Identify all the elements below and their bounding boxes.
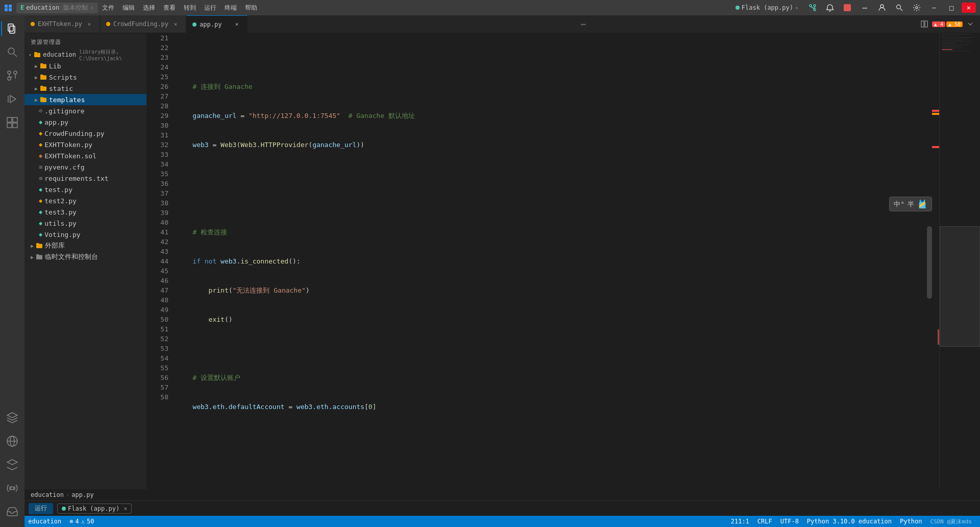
menu-edit[interactable]: 编辑 [122,4,135,12]
remote-activity-btn[interactable] [1,430,23,452]
tree-temp-files[interactable]: ▶ 临时文件和控制台 [24,251,146,262]
tab-close-crowdfunding[interactable]: × [172,20,180,28]
watermark-status: CSDN @夏沫mds [926,516,976,527]
settings-btn[interactable] [910,2,924,13]
code-line-32: # 设置默认账户 [177,373,927,382]
tab-close-exhttoken[interactable]: × [85,20,93,28]
static-label: static [49,85,73,92]
status-bar: ⎇ education ⊗ 4 ⚠ 50 211:1 CRLF UTF-8 Py… [0,516,980,527]
title-bar: E education 版本控制 › 文件 编辑 选择 查看 转到 运行 终端 … [0,0,980,15]
more-btn[interactable]: ⋯ [857,2,872,13]
translate-text: 中° [894,200,904,209]
split-editor-btn[interactable] [919,18,930,30]
tab-app[interactable]: app.py × [186,15,248,33]
run-tab-run[interactable]: 运行 [29,503,53,514]
collapse-btn[interactable] [965,18,976,30]
tree-templates[interactable]: ▶ templates [24,94,146,105]
tree-exhttokensol[interactable]: ◆ EXHTToken.sol [24,150,146,161]
tree-test[interactable]: ◆ test.py [24,184,146,195]
deploy-activity-btn[interactable] [1,406,23,429]
editor-actions: ▲ 4 ▲ 50 [919,18,980,30]
flask-run-badge[interactable]: Flask (app.py) ▾ [731,3,802,12]
source-control-btn[interactable] [805,2,820,13]
tree-scripts[interactable]: ▶ Scripts [24,71,146,83]
broadcast-activity-btn[interactable] [1,477,23,499]
test2-icon: ◆ [39,197,42,204]
lib-label: Lib [49,62,61,70]
menu-goto[interactable]: 转到 [184,4,196,12]
flask-run-close[interactable]: × [124,505,127,512]
tree-static[interactable]: ▶ static [24,83,146,94]
tree-app[interactable]: ◆ app.py [24,116,146,128]
extensions-activity-btn[interactable] [1,111,23,134]
gitignore-label: .gitignore [44,107,84,115]
line-ending[interactable]: CRLF [753,516,776,527]
tab-icon-app [192,22,197,27]
svg-rect-30 [921,21,924,27]
code-content[interactable]: # 连接到 Ganache ganache_url = "http://127.… [173,33,927,516]
tree-gitignore[interactable]: ⊘ .gitignore [24,105,146,116]
maximize-btn[interactable]: □ [944,3,959,13]
menu-help[interactable]: 帮助 [245,4,257,12]
tab-overflow-btn[interactable]: ⋯ [577,19,590,29]
close-btn[interactable]: × [962,3,976,13]
record-btn[interactable] [840,2,854,13]
explorer-activity-btn[interactable] [1,17,23,40]
search-activity-btn[interactable] [1,41,23,63]
source-control-activity-btn[interactable] [1,64,23,87]
minimap-viewport-slider[interactable] [940,226,980,347]
search-btn[interactable] [892,2,906,13]
editor-scroll-thumb[interactable] [927,226,932,299]
tree-voting[interactable]: ◆ Voting.py [24,229,146,240]
app-menu-icon[interactable] [4,4,12,12]
tab-crowdfunding[interactable]: CrowdFunding.py × [100,15,186,33]
tree-crowdfunding-file[interactable]: ◆ CrowdFunding.py [24,128,146,139]
python-version-status[interactable]: Python 3.10.0 education [803,516,896,527]
error-count: 4 [75,518,79,525]
menu-select[interactable]: 选择 [143,4,155,12]
minimize-btn[interactable]: − [927,3,941,13]
translate-overlay[interactable]: 中° 半 🎽 [889,197,932,211]
menu-file[interactable]: 文件 [102,4,114,12]
tree-external-libs[interactable]: ▶ 外部库 [24,240,146,251]
tree-lib[interactable]: ▶ Lib [24,60,146,71]
flask-run-label: Flask (app.py) [68,505,119,512]
activity-bar [0,15,24,527]
tree-root-education[interactable]: ▾ education library根目录, C:\Users\jack\ [24,49,146,60]
tab-close-app[interactable]: × [233,20,241,29]
cursor-position[interactable]: 211:1 [727,516,753,527]
user-btn[interactable] [875,2,889,13]
tree-exhttoken-file[interactable]: ◆ EXHTToken.py [24,139,146,150]
status-bar-right: 211:1 CRLF UTF-8 Python 3.10.0 education… [727,516,976,527]
tree-utils[interactable]: ◆ utils.py [24,218,146,229]
title-bar-left: E education 版本控制 › 文件 编辑 选择 查看 转到 运行 终端 … [4,3,257,13]
breadcrumb-project[interactable]: education [31,491,64,498]
svg-rect-0 [5,5,8,8]
inbox-activity-btn[interactable] [1,500,23,523]
menu-run[interactable]: 运行 [204,4,216,12]
svg-rect-14 [10,26,15,33]
errors-status[interactable]: ⊗ 4 ⚠ 50 [65,516,98,527]
tree-pyvenv[interactable]: ≡ pyvenv.cfg [24,161,146,173]
layers-activity-btn[interactable] [1,453,23,476]
tree-requirements[interactable]: ≡ requirements.txt [24,173,146,184]
cfg-icon: ≡ [39,163,42,171]
menu-view[interactable]: 查看 [163,4,176,12]
tree-test2[interactable]: ◆ test2.py [24,195,146,206]
tab-exhttoken[interactable]: EXHTToken.py × [24,15,100,33]
editor-vertical-scrollbar[interactable] [927,33,932,516]
breadcrumb-file[interactable]: app.py [71,491,93,498]
flask-run-btn[interactable]: Flask (app.py) × [57,504,132,514]
svg-point-5 [814,9,816,11]
charset-status[interactable]: UTF-8 [776,516,803,527]
run-debug-activity-btn[interactable] [1,88,23,110]
svg-point-6 [814,5,816,7]
menu-terminal[interactable]: 终端 [225,4,237,12]
tree-test3[interactable]: ◆ test3.py [24,206,146,218]
svg-line-7 [811,7,815,9]
code-line-29: print ( "无法连接到 Ganache" ) [177,285,927,295]
test-label: test.py [44,186,72,194]
language-status[interactable]: Python [896,516,926,527]
notifications-btn[interactable] [823,2,837,13]
svg-point-29 [11,487,14,490]
